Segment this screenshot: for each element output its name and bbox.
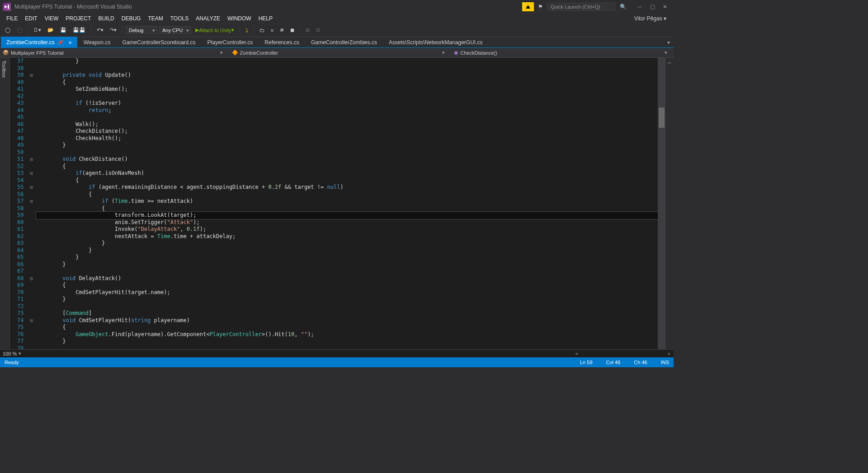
menu-window[interactable]: WINDOW: [224, 14, 255, 23]
uncomment-button[interactable]: ≢: [278, 26, 286, 34]
undo-button[interactable]: ↶▾: [94, 26, 106, 34]
scrollbar-thumb[interactable]: [659, 108, 665, 128]
editor-zoom-bar: 100 %▾ ◂ ▸: [0, 349, 674, 357]
nav-fwd-button[interactable]: ◯: [14, 26, 24, 34]
code-editor[interactable]: } private void Update() { SetZombieName(…: [34, 58, 658, 349]
breadcrumb-class[interactable]: 🔶 ZombieController ▾: [229, 49, 452, 56]
csproj-icon: 📦: [3, 50, 9, 56]
document-tab[interactable]: PlayerController.cs: [202, 37, 259, 47]
save-all-button[interactable]: 💾💾: [71, 26, 88, 34]
menu-help[interactable]: HELP: [255, 14, 276, 23]
minimize-button[interactable]: ─: [634, 2, 646, 11]
document-tab[interactable]: Assets\Scripts\NetworkManagerGUI.cs: [383, 37, 488, 47]
comment-button[interactable]: ≡: [269, 26, 276, 34]
vs-logo-icon: [3, 3, 11, 11]
menu-analyze[interactable]: ANALYZE: [192, 14, 224, 23]
quick-launch-input[interactable]: Quick Launch (Ctrl+Q): [547, 3, 615, 11]
status-char: Ch 46: [634, 360, 647, 365]
horizontal-scroll-left[interactable]: ◂: [575, 351, 578, 356]
outlining-margin[interactable]: ⊟⊟⊟⊟⊟⊟⊟⊟⊟⊟: [28, 58, 34, 349]
pin-icon[interactable]: 📌: [57, 40, 63, 45]
document-tab[interactable]: GameControllerScoreboard.cs: [117, 37, 201, 47]
title-bar: Multiplayer FPS Tutorial - Microsoft Vis…: [0, 0, 674, 14]
menu-project[interactable]: PROJECT: [62, 14, 94, 23]
menu-team[interactable]: TEAM: [144, 14, 166, 23]
notification-badge[interactable]: [522, 2, 534, 11]
method-icon: ◉: [454, 50, 458, 56]
solution-config-combo[interactable]: Debug: [126, 26, 157, 34]
breadcrumb-project[interactable]: 📦 Multiplayer FPS Tutorial ▾: [0, 49, 229, 56]
breadcrumb-member[interactable]: ◉ CheckDistance() ▾: [451, 49, 674, 56]
status-col: Col 46: [606, 360, 621, 365]
menu-view[interactable]: VIEW: [41, 14, 62, 23]
start-debug-button[interactable]: Attach to Unity ▾: [193, 26, 236, 34]
save-button[interactable]: 💾: [58, 26, 69, 34]
redo-button[interactable]: ↷▾: [108, 26, 119, 34]
zoom-level-combo[interactable]: 100 %: [3, 351, 17, 356]
horizontal-scroll-right[interactable]: ▸: [668, 351, 671, 356]
tab-overflow-button[interactable]: ▾: [664, 37, 674, 47]
maximize-button[interactable]: ▢: [646, 2, 658, 11]
bookmark-button[interactable]: ◼: [288, 26, 297, 34]
line-number-gutter: 3738394041424344454647484950515253545556…: [10, 58, 28, 349]
find-in-files-button[interactable]: 🗀: [257, 26, 267, 34]
toggle-button-2[interactable]: ⊟: [314, 26, 322, 34]
vertical-scrollbar[interactable]: [658, 58, 665, 349]
document-tab[interactable]: References.cs: [259, 37, 305, 47]
menu-file[interactable]: FILE: [3, 14, 21, 23]
menu-tools[interactable]: TOOLS: [167, 14, 192, 23]
close-tab-icon[interactable]: ✕: [68, 40, 72, 45]
split-view-button[interactable]: ↔: [667, 60, 672, 66]
nav-back-button[interactable]: ◯: [3, 26, 13, 34]
open-button[interactable]: 📂: [45, 26, 56, 34]
document-tab[interactable]: ZombieController.cs📌✕: [1, 37, 77, 47]
menu-edit[interactable]: EDIT: [21, 14, 41, 23]
step-button[interactable]: ⤵: [243, 26, 250, 34]
document-tab-well: ZombieController.cs📌✕Weapon.csGameContro…: [0, 37, 674, 48]
search-icon[interactable]: 🔍: [620, 4, 627, 10]
nav-breadcrumb: 📦 Multiplayer FPS Tutorial ▾ 🔶 ZombieCon…: [0, 48, 674, 58]
new-item-button[interactable]: 🗋▾: [31, 26, 43, 34]
signed-in-user[interactable]: Vitor Pêgas ▾: [634, 15, 671, 22]
window-title: Multiplayer FPS Tutorial - Microsoft Vis…: [14, 4, 132, 10]
feedback-icon[interactable]: ⚑: [536, 4, 545, 10]
toolbox-panel-tab[interactable]: Toolbox: [0, 58, 10, 349]
status-line: Ln 59: [580, 360, 593, 365]
status-ins: INS: [661, 360, 669, 365]
solution-platform-combo[interactable]: Any CPU: [159, 26, 191, 34]
class-icon: 🔶: [232, 50, 238, 56]
menu-debug[interactable]: DEBUG: [118, 14, 145, 23]
toggle-button-1[interactable]: ⊞: [303, 26, 312, 34]
menu-bar: FILE EDIT VIEW PROJECT BUILD DEBUG TEAM …: [0, 14, 674, 23]
document-tab[interactable]: Weapon.cs: [78, 37, 116, 47]
status-ready: Ready: [5, 360, 19, 365]
document-tab[interactable]: GameControllerZombies.cs: [306, 37, 382, 47]
standard-toolbar: ◯ ◯ 🗋▾ 📂 💾 💾💾 ↶▾ ↷▾ Debug Any CPU Attach…: [0, 23, 674, 37]
close-button[interactable]: ✕: [659, 2, 671, 11]
status-bar: Ready Ln 59 Col 46 Ch 46 INS: [0, 357, 674, 367]
menu-build[interactable]: BUILD: [94, 14, 118, 23]
